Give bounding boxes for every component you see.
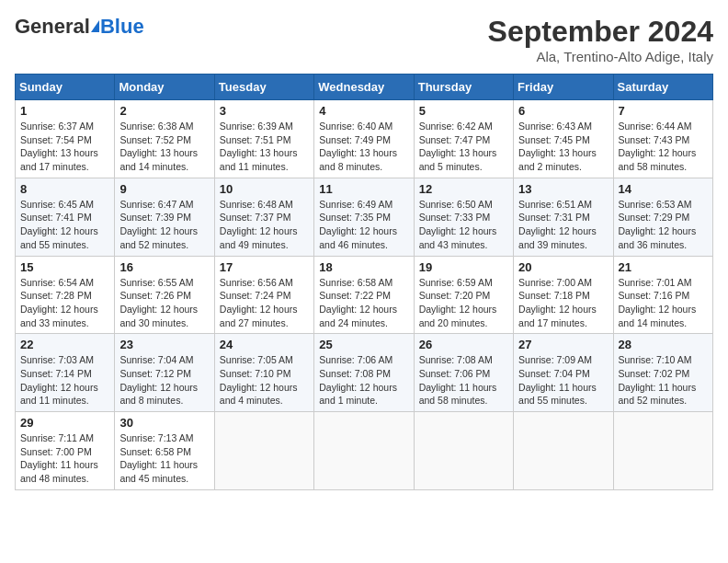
week-row-1: 1Sunrise: 6:37 AM Sunset: 7:54 PM Daylig…: [16, 100, 713, 178]
day-number: 11: [319, 182, 408, 196]
day-number: 26: [419, 338, 508, 351]
day-detail: Sunrise: 6:37 AM Sunset: 7:54 PM Dayligh…: [20, 120, 109, 174]
day-cell: 9Sunrise: 6:47 AM Sunset: 7:39 PM Daylig…: [115, 178, 214, 256]
day-detail: Sunrise: 6:56 AM Sunset: 7:24 PM Dayligh…: [220, 276, 309, 330]
calendar-table: SundayMondayTuesdayWednesdayThursdayFrid…: [15, 74, 713, 490]
day-cell: 29Sunrise: 7:11 AM Sunset: 7:00 PM Dayli…: [16, 412, 115, 490]
day-cell: 15Sunrise: 6:54 AM Sunset: 7:28 PM Dayli…: [16, 256, 115, 334]
day-cell: 13Sunrise: 6:51 AM Sunset: 7:31 PM Dayli…: [514, 178, 613, 256]
day-cell: 27Sunrise: 7:09 AM Sunset: 7:04 PM Dayli…: [514, 334, 613, 412]
day-detail: Sunrise: 6:48 AM Sunset: 7:37 PM Dayligh…: [220, 198, 309, 252]
day-cell: 16Sunrise: 6:55 AM Sunset: 7:26 PM Dayli…: [115, 256, 214, 334]
day-detail: Sunrise: 7:08 AM Sunset: 7:06 PM Dayligh…: [419, 353, 508, 408]
day-number: 4: [319, 104, 408, 118]
day-cell: 12Sunrise: 6:50 AM Sunset: 7:33 PM Dayli…: [414, 178, 513, 256]
day-detail: Sunrise: 7:03 AM Sunset: 7:14 PM Dayligh…: [20, 353, 109, 408]
day-detail: Sunrise: 6:42 AM Sunset: 7:47 PM Dayligh…: [419, 120, 508, 174]
day-cell: 8Sunrise: 6:45 AM Sunset: 7:41 PM Daylig…: [16, 178, 115, 256]
logo-general: General: [15, 15, 90, 39]
day-cell: 4Sunrise: 6:40 AM Sunset: 7:49 PM Daylig…: [314, 100, 414, 178]
day-number: 5: [419, 104, 508, 118]
logo-text: General Blue: [15, 15, 144, 39]
day-cell: [613, 412, 712, 490]
day-detail: Sunrise: 6:59 AM Sunset: 7:20 PM Dayligh…: [419, 276, 508, 330]
day-detail: Sunrise: 7:01 AM Sunset: 7:16 PM Dayligh…: [619, 276, 708, 330]
page-header: General Blue September 2024 Ala, Trentin…: [15, 15, 713, 64]
title-area: September 2024 Ala, Trentino-Alto Adige,…: [488, 15, 713, 64]
day-cell: 7Sunrise: 6:44 AM Sunset: 7:43 PM Daylig…: [613, 100, 712, 178]
logo-arrow: [91, 20, 99, 32]
day-number: 10: [220, 182, 309, 196]
day-number: 28: [619, 338, 708, 351]
day-number: 13: [518, 182, 608, 196]
day-detail: Sunrise: 6:39 AM Sunset: 7:51 PM Dayligh…: [220, 120, 309, 174]
day-number: 22: [20, 338, 109, 351]
day-detail: Sunrise: 6:53 AM Sunset: 7:29 PM Dayligh…: [619, 198, 708, 252]
day-number: 30: [119, 416, 209, 430]
day-number: 20: [518, 260, 608, 274]
day-number: 25: [319, 338, 408, 351]
day-detail: Sunrise: 6:50 AM Sunset: 7:33 PM Dayligh…: [419, 198, 508, 252]
day-number: 3: [220, 104, 309, 118]
day-number: 16: [119, 260, 209, 274]
day-number: 8: [20, 182, 109, 196]
day-cell: 26Sunrise: 7:08 AM Sunset: 7:06 PM Dayli…: [414, 334, 513, 412]
day-detail: Sunrise: 7:13 AM Sunset: 6:58 PM Dayligh…: [119, 431, 209, 486]
day-detail: Sunrise: 7:10 AM Sunset: 7:02 PM Dayligh…: [619, 353, 708, 408]
col-header-saturday: Saturday: [613, 75, 712, 100]
day-cell: 5Sunrise: 6:42 AM Sunset: 7:47 PM Daylig…: [414, 100, 513, 178]
day-cell: [514, 412, 613, 490]
day-detail: Sunrise: 6:45 AM Sunset: 7:41 PM Dayligh…: [20, 198, 109, 252]
col-header-thursday: Thursday: [414, 75, 513, 100]
col-header-tuesday: Tuesday: [214, 75, 313, 100]
day-number: 21: [619, 260, 708, 274]
day-cell: 25Sunrise: 7:06 AM Sunset: 7:08 PM Dayli…: [314, 334, 414, 412]
day-detail: Sunrise: 6:55 AM Sunset: 7:26 PM Dayligh…: [119, 276, 209, 330]
day-detail: Sunrise: 6:47 AM Sunset: 7:39 PM Dayligh…: [119, 198, 209, 252]
day-cell: [314, 412, 414, 490]
day-cell: 28Sunrise: 7:10 AM Sunset: 7:02 PM Dayli…: [613, 334, 712, 412]
week-row-4: 22Sunrise: 7:03 AM Sunset: 7:14 PM Dayli…: [16, 334, 713, 412]
day-detail: Sunrise: 6:40 AM Sunset: 7:49 PM Dayligh…: [319, 120, 408, 174]
day-number: 12: [419, 182, 508, 196]
day-cell: 19Sunrise: 6:59 AM Sunset: 7:20 PM Dayli…: [414, 256, 513, 334]
day-number: 19: [419, 260, 508, 274]
day-cell: 21Sunrise: 7:01 AM Sunset: 7:16 PM Dayli…: [613, 256, 712, 334]
week-row-2: 8Sunrise: 6:45 AM Sunset: 7:41 PM Daylig…: [16, 178, 713, 256]
day-cell: 20Sunrise: 7:00 AM Sunset: 7:18 PM Dayli…: [514, 256, 613, 334]
day-cell: 18Sunrise: 6:58 AM Sunset: 7:22 PM Dayli…: [314, 256, 414, 334]
day-detail: Sunrise: 6:43 AM Sunset: 7:45 PM Dayligh…: [518, 120, 608, 174]
day-detail: Sunrise: 7:11 AM Sunset: 7:00 PM Dayligh…: [20, 431, 109, 486]
day-detail: Sunrise: 7:05 AM Sunset: 7:10 PM Dayligh…: [220, 353, 309, 408]
day-cell: 30Sunrise: 7:13 AM Sunset: 6:58 PM Dayli…: [115, 412, 214, 490]
location-subtitle: Ala, Trentino-Alto Adige, Italy: [488, 49, 713, 64]
day-cell: 24Sunrise: 7:05 AM Sunset: 7:10 PM Dayli…: [214, 334, 313, 412]
day-detail: Sunrise: 6:49 AM Sunset: 7:35 PM Dayligh…: [319, 198, 408, 252]
day-detail: Sunrise: 6:58 AM Sunset: 7:22 PM Dayligh…: [319, 276, 408, 330]
day-cell: 22Sunrise: 7:03 AM Sunset: 7:14 PM Dayli…: [16, 334, 115, 412]
col-header-friday: Friday: [514, 75, 613, 100]
day-number: 1: [20, 104, 109, 118]
day-detail: Sunrise: 6:51 AM Sunset: 7:31 PM Dayligh…: [518, 198, 608, 252]
day-number: 17: [220, 260, 309, 274]
day-cell: 23Sunrise: 7:04 AM Sunset: 7:12 PM Dayli…: [115, 334, 214, 412]
day-number: 18: [319, 260, 408, 274]
calendar-header-row: SundayMondayTuesdayWednesdayThursdayFrid…: [16, 75, 713, 100]
day-cell: [214, 412, 313, 490]
day-number: 29: [20, 416, 109, 430]
day-cell: 10Sunrise: 6:48 AM Sunset: 7:37 PM Dayli…: [214, 178, 313, 256]
day-detail: Sunrise: 7:06 AM Sunset: 7:08 PM Dayligh…: [319, 353, 408, 408]
day-detail: Sunrise: 6:38 AM Sunset: 7:52 PM Dayligh…: [119, 120, 209, 174]
day-number: 7: [619, 104, 708, 118]
day-cell: 1Sunrise: 6:37 AM Sunset: 7:54 PM Daylig…: [16, 100, 115, 178]
logo: General Blue: [15, 15, 144, 39]
day-number: 27: [518, 338, 608, 351]
month-title: September 2024: [488, 15, 713, 49]
day-number: 15: [20, 260, 109, 274]
day-detail: Sunrise: 6:54 AM Sunset: 7:28 PM Dayligh…: [20, 276, 109, 330]
col-header-sunday: Sunday: [16, 75, 115, 100]
day-cell: 3Sunrise: 6:39 AM Sunset: 7:51 PM Daylig…: [214, 100, 313, 178]
day-number: 24: [220, 338, 309, 351]
col-header-monday: Monday: [115, 75, 214, 100]
week-row-3: 15Sunrise: 6:54 AM Sunset: 7:28 PM Dayli…: [16, 256, 713, 334]
